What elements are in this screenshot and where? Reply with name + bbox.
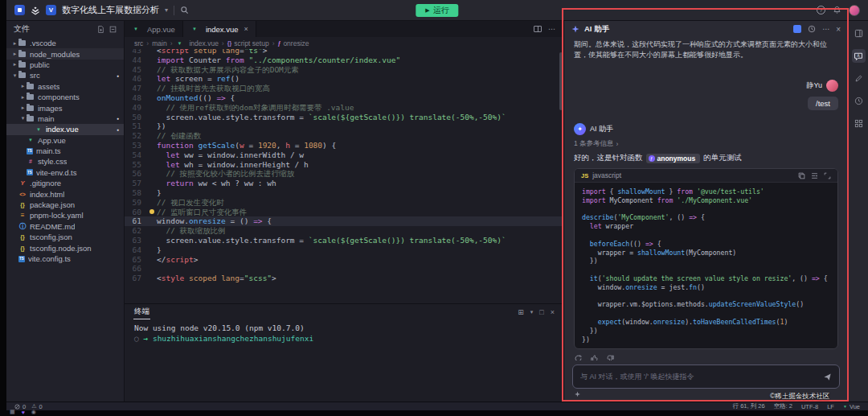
file-tree-item-node-modules[interactable]: ▸node_modules [6, 48, 124, 59]
code-line[interactable] [582, 205, 830, 214]
breadcrumb-item[interactable]: {}script setup [227, 39, 269, 47]
help-icon[interactable]: ? [817, 6, 825, 14]
code-line[interactable]: 47// 挂载时首先去获取视口的宽高 [125, 84, 563, 93]
file-tree-item-vite-env-d-ts[interactable]: TSvite-env.d.ts [6, 167, 124, 178]
file-tree-item-app-vue[interactable]: ▼App.vue [6, 135, 124, 146]
more-actions-icon[interactable]: ⋯ [548, 25, 555, 33]
file-tree-item-tsconfig-json[interactable]: {}tsconfig.json [6, 232, 124, 242]
split-editor-icon[interactable] [534, 26, 542, 32]
code-line[interactable]: 61window.onresize = () => { [125, 216, 563, 226]
code-line[interactable]: 48onMounted(() => { [125, 93, 563, 103]
file-tree-item--gitignore[interactable]: Y.gitignore [6, 178, 124, 188]
code-line[interactable]: 45// 获取数据大屏展示内容盒子的DOM元素 [125, 65, 563, 75]
close-panel-icon[interactable]: × [551, 308, 555, 316]
insert-code-icon[interactable] [811, 172, 818, 179]
file-tree-item-src[interactable]: ▾src● [6, 70, 124, 80]
breadcrumb-item[interactable]: main [152, 39, 166, 47]
file-tree-item-components[interactable]: ▸components [6, 92, 124, 102]
thumbs-up-icon[interactable] [590, 354, 599, 360]
breadcrumb-item[interactable]: ▼index.vue [175, 39, 218, 47]
code-line[interactable]: 55 let wh = window.innerHeight / h [125, 160, 563, 170]
window-icon[interactable] [14, 5, 25, 15]
code-line[interactable]: 54 let ww = window.innerWidth / w [125, 150, 563, 160]
chat-input-box[interactable] [572, 365, 840, 389]
bell-icon[interactable] [833, 6, 841, 14]
code-line[interactable]: let wrapper [582, 222, 830, 231]
close-panel-icon[interactable]: × [836, 25, 841, 34]
maximize-panel-icon[interactable]: □ [539, 308, 543, 316]
file-tree-item-main[interactable]: ▾main● [6, 113, 124, 124]
close-tab-icon[interactable]: × [244, 25, 248, 33]
layout-panel-icon[interactable] [852, 27, 866, 40]
code-line[interactable]: window.onresize = jest.fn() [582, 283, 830, 292]
encoding-setting[interactable]: UTF-8 [801, 403, 818, 410]
code-block-body[interactable]: import { shallowMount } from '@vue/test-… [575, 183, 837, 348]
editor-scrollbar[interactable] [559, 52, 563, 110]
code-line[interactable]: it('should update the screen value style… [582, 274, 830, 283]
new-terminal-icon[interactable]: ⊞ [518, 308, 524, 316]
file-tree-item-pnpm-lock-yaml[interactable]: ≡pnpm-lock.yaml [6, 210, 124, 220]
send-icon[interactable] [823, 373, 832, 381]
code-line[interactable]: }) [582, 257, 830, 266]
file-tree-item-index-vue[interactable]: ▼index.vue● [6, 124, 124, 134]
code-line[interactable]: 56 // 按照变化较小者的比例去进行缩放 [125, 169, 563, 179]
file-tree-item-readme-md[interactable]: ⓘREADME.md [6, 221, 124, 232]
code-line[interactable]: 62 // 获取缩放比例 [125, 226, 563, 236]
code-line[interactable]: 59// 视口发生变化时 [125, 198, 563, 208]
file-tree-item-assets[interactable]: ▸assets [6, 81, 124, 92]
copy-code-icon[interactable] [798, 172, 805, 179]
terminal-dropdown-icon[interactable]: ▾ [530, 309, 534, 315]
code-line[interactable]: import { shallowMount } from '@vue/test-… [582, 187, 830, 196]
tab-index-vue[interactable]: ▼index.vue× [183, 21, 256, 37]
search-icon[interactable] [180, 6, 189, 14]
chevron-down-icon[interactable]: ▾ [165, 6, 168, 14]
code-line[interactable] [582, 292, 830, 301]
code-line[interactable]: describe('MyComponent', () => { [582, 213, 830, 222]
code-line[interactable]: 66 [125, 264, 563, 274]
code-line[interactable]: 46let screen = ref() [125, 74, 563, 84]
taskbar-circle-icon[interactable]: ◉ [31, 409, 36, 415]
file-tree-item-vite-config-ts[interactable]: TSvite.config.ts [6, 253, 124, 264]
history-icon[interactable] [852, 94, 866, 108]
juejin-logo-icon[interactable] [31, 6, 40, 15]
code-line[interactable]: 49 // 使用ref获取到的dom对象调用时都需要带 .value [125, 103, 563, 113]
history-icon[interactable] [808, 25, 816, 33]
collapse-folders-icon[interactable] [109, 26, 117, 33]
code-line[interactable]: expect(window.onresize).toHaveBeenCalled… [582, 318, 830, 327]
file-tree-item-main-ts[interactable]: TSmain.ts [6, 146, 124, 156]
chat-input[interactable] [580, 373, 818, 381]
reference-info-toggle[interactable]: 1 条参考信息 › [574, 139, 838, 149]
code-line[interactable]: 65</script> [125, 255, 563, 265]
code-line[interactable] [582, 266, 830, 274]
regenerate-icon[interactable] [574, 354, 583, 360]
file-tree-item-index-html[interactable]: <>index.html [6, 188, 124, 199]
code-line[interactable]: 57 return ww < wh ? ww : wh [125, 179, 563, 188]
code-line[interactable]: 63 screen.value.style.transform = `scale… [125, 236, 563, 245]
language-mode[interactable]: ▼ Vue [843, 403, 860, 410]
code-line[interactable]: }) [582, 327, 830, 336]
code-editor[interactable]: 43<script setup lang="ts">44import Count… [125, 49, 563, 303]
code-line[interactable]: 64} [125, 245, 563, 255]
file-tree-item-images[interactable]: ▸images [6, 102, 124, 113]
code-line[interactable]: import MyComponent from './MyComponent.v… [582, 196, 830, 205]
code-line[interactable] [582, 231, 830, 240]
eol-setting[interactable]: LF [827, 403, 834, 410]
file-tree-item-public[interactable]: ▸public [6, 60, 124, 70]
code-line[interactable]: beforeEach(() => { [582, 240, 830, 249]
function-badge[interactable]: ƒ anonymous [646, 154, 701, 163]
breadcrumb-item[interactable]: ƒonresize [277, 39, 309, 47]
terminal-output[interactable]: Now using node v20.15.0 (npm v10.7.0) ○ … [125, 319, 563, 402]
cursor-position[interactable]: 行 61, 列 26 [733, 402, 765, 410]
code-line[interactable]: wrapper.vm.$options.methods.updateScreen… [582, 300, 830, 309]
code-line[interactable]: }) [582, 336, 830, 344]
code-line[interactable]: wrapper = shallowMount(MyComponent) [582, 249, 830, 257]
project-title[interactable]: 数字化线上车展数据分析 [62, 4, 159, 16]
expand-code-icon[interactable] [824, 172, 831, 179]
file-tree-item-package-json[interactable]: {}package.json [6, 200, 124, 210]
taskbar-heart-icon[interactable]: ♥ [22, 410, 25, 415]
apps-grid-icon[interactable] [852, 117, 866, 130]
code-line[interactable]: 52// 创建函数 [125, 131, 563, 141]
run-button[interactable]: ▶ 运行 [416, 4, 458, 17]
edit-snippet-icon[interactable] [852, 72, 866, 85]
code-line[interactable]: 53function getScale(w = 1920, h = 1080) … [125, 141, 563, 150]
